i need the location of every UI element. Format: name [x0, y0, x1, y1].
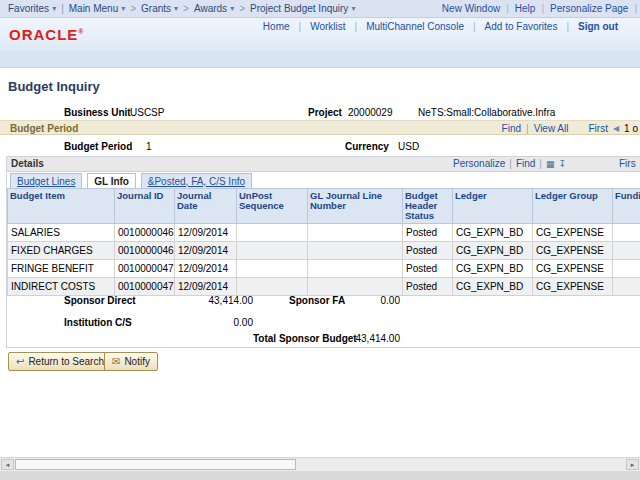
cell-r0-c5: Posted	[403, 224, 453, 242]
page-title: Budget Inquiry	[8, 79, 100, 94]
breadcrumb-item-awards[interactable]: Awards▾	[194, 3, 234, 14]
business-unit-value: USCSP	[130, 107, 164, 118]
cell-r3-c1: 0010000047	[115, 278, 175, 296]
total-sponsor-budget-value: 43,414.00	[325, 333, 400, 344]
cell-r1-c7: CG_EXPENSE	[533, 242, 613, 260]
paging-indicator: 1 o	[624, 123, 638, 134]
column-header-ledger-group[interactable]: Ledger Group	[533, 189, 613, 224]
cell-r3-c7: CG_EXPENSE	[533, 278, 613, 296]
cell-r1-c6: CG_EXPN_BD	[453, 242, 533, 260]
nav-link-multichannel-console[interactable]: MultiChannel Console	[366, 21, 464, 32]
column-header-fundi[interactable]: Fundi	[613, 189, 640, 224]
table-row: FIXED CHARGES001000004612/09/2014PostedC…	[8, 242, 640, 260]
scroll-left-button[interactable]: ◂	[1, 459, 14, 470]
nav-link-worklist[interactable]: Worklist	[310, 21, 345, 32]
gl-info-grid: Budget ItemJournal IDJournal DateUnPost …	[7, 188, 640, 296]
column-header-unpost-sequence[interactable]: UnPost Sequence	[237, 189, 308, 224]
breadcrumb-item-label: Favorites	[8, 3, 49, 14]
header-nav-links: Home|Worklist|MultiChannel Console|Add t…	[263, 21, 618, 32]
cell-r2-c1: 0010000047	[115, 260, 175, 278]
breadcrumb-separator: >	[183, 3, 189, 14]
cell-r3-c3	[237, 278, 308, 296]
cell-r0-c7: CG_EXPENSE	[533, 224, 613, 242]
cell-r1-c5: Posted	[403, 242, 453, 260]
nav-separator: |	[566, 21, 569, 32]
cell-r3-c5: Posted	[403, 278, 453, 296]
breadcrumb-separator: |	[61, 3, 64, 14]
pagebar-link-help[interactable]: Help	[515, 3, 536, 14]
view-all-grid-icon[interactable]: ▦	[546, 159, 555, 169]
tab-budget-lines[interactable]: Budget Lines	[10, 173, 82, 188]
cell-r0-c8	[613, 224, 640, 242]
view-all-link[interactable]: View All	[534, 123, 569, 134]
return-to-search-label: Return to Search	[28, 356, 104, 367]
breadcrumb-item-project-budget-inquiry[interactable]: Project Budget Inquiry▾	[250, 3, 355, 14]
pagebar-link-personalize-page[interactable]: Personalize Page	[550, 3, 628, 14]
paging-prev-icon[interactable]: ◀	[613, 124, 619, 133]
chevron-down-icon: ▾	[52, 4, 56, 13]
column-header-budget-item[interactable]: Budget Item	[8, 189, 115, 224]
notify-icon: ✉	[112, 356, 120, 367]
find-link[interactable]: Find	[516, 158, 535, 169]
details-title: Details	[11, 158, 44, 169]
tab-posted-fa-cs-info[interactable]: &Posted, FA, C/S Info	[141, 173, 252, 188]
column-header-journal-date[interactable]: Journal Date	[175, 189, 237, 224]
grid-header-row: Budget ItemJournal IDJournal DateUnPost …	[8, 189, 640, 224]
cell-r1-c0: FIXED CHARGES	[8, 242, 115, 260]
breadcrumb-item-main-menu[interactable]: Main Menu▾	[69, 3, 125, 14]
grid-paging-first-link[interactable]: Firs	[619, 158, 636, 169]
budget-period-value: 1	[146, 141, 152, 152]
pagebar-links: New Window|Help|Personalize Page|	[442, 3, 637, 14]
cell-r0-c2: 12/09/2014	[175, 224, 237, 242]
cell-r2-c0: FRINGE BENEFIT	[8, 260, 115, 278]
window-bottom-strip	[0, 471, 640, 480]
cell-r2-c2: 12/09/2014	[175, 260, 237, 278]
column-header-gl-journal-line-number[interactable]: GL Journal Line Number	[308, 189, 403, 224]
breadcrumb-item-grants[interactable]: Grants▾	[141, 3, 178, 14]
budget-period-bar-controls: Find | View All First ◀ 1 o	[502, 121, 638, 136]
table-row: FRINGE BENEFIT001000004712/09/2014Posted…	[8, 260, 640, 278]
project-label: Project	[308, 107, 342, 118]
breadcrumb-item-favorites[interactable]: Favorites▾	[8, 3, 56, 14]
sponsor-fa-value: 0.00	[325, 295, 400, 306]
oracle-logo-text: ORACLE	[9, 26, 78, 43]
personalize-link[interactable]: Personalize	[453, 158, 505, 169]
table-row: INDIRECT COSTS001000004712/09/2014Posted…	[8, 278, 640, 296]
paging-first-link[interactable]: First	[588, 123, 607, 134]
chevron-down-icon: ▾	[121, 4, 125, 13]
details-header-controls: Personalize | Find | ▦ ↧	[453, 158, 566, 169]
cell-r1-c4	[308, 242, 403, 260]
sponsor-direct-label: Sponsor Direct	[64, 295, 136, 306]
column-header-journal-id[interactable]: Journal ID	[115, 189, 175, 224]
notify-button[interactable]: ✉ Notify	[104, 352, 158, 371]
grid-tab-bar: Budget Lines GL Info &Posted, FA, C/S In…	[7, 172, 640, 188]
separator: |	[539, 158, 542, 169]
pagebar-link-new-window[interactable]: New Window	[442, 3, 500, 14]
breadcrumb-item-label: Main Menu	[69, 3, 118, 14]
cell-r1-c3	[237, 242, 308, 260]
scrollbar-thumb[interactable]	[15, 459, 296, 470]
cell-r3-c0: INDIRECT COSTS	[8, 278, 115, 296]
budget-period-section-bar: Budget Period Find | View All First ◀ 1 …	[0, 120, 640, 135]
oracle-logo: ORACLE®	[9, 26, 85, 43]
institution-cs-label: Institution C/S	[64, 317, 132, 328]
nav-link-sign-out[interactable]: Sign out	[578, 21, 618, 32]
column-header-ledger[interactable]: Ledger	[453, 189, 533, 224]
cell-r1-c1: 0010000046	[115, 242, 175, 260]
column-header-budget-header-status[interactable]: Budget Header Status	[403, 189, 453, 224]
project-value: 20000029	[348, 107, 393, 118]
find-link[interactable]: Find	[502, 123, 521, 134]
cell-r2-c7: CG_EXPENSE	[533, 260, 613, 278]
return-to-search-button[interactable]: ↩ Return to Search	[8, 352, 112, 371]
project-description: NeTS:Small:Collaborative.Infra	[418, 107, 555, 118]
institution-cs-value: 0.00	[165, 317, 253, 328]
cell-r3-c2: 12/09/2014	[175, 278, 237, 296]
separator: |	[509, 158, 512, 169]
scroll-right-button[interactable]: ▸	[626, 459, 639, 470]
sponsor-direct-value: 43,414.00	[165, 295, 253, 306]
download-icon[interactable]: ↧	[558, 159, 566, 169]
nav-link-add-to-favorites[interactable]: Add to Favorites	[485, 21, 558, 32]
nav-link-home[interactable]: Home	[263, 21, 290, 32]
tab-gl-info[interactable]: GL Info	[87, 173, 136, 188]
cell-r0-c1: 0010000046	[115, 224, 175, 242]
